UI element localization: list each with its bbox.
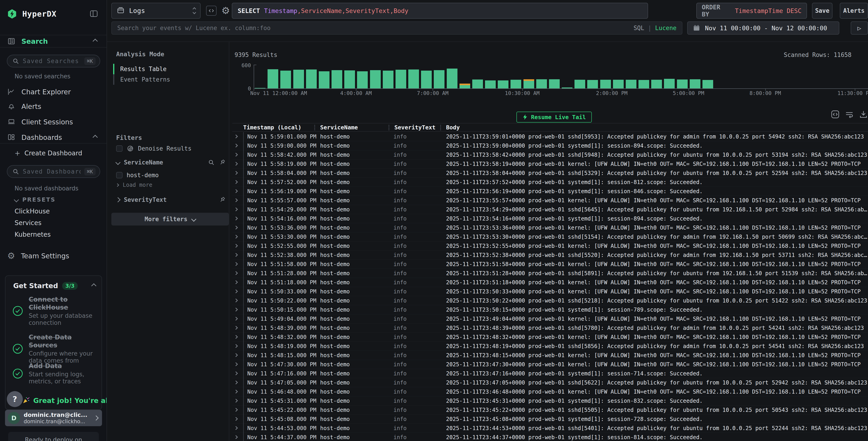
- select-clause-input[interactable]: SELECT Timestamp,ServiceName,SeverityTex…: [232, 3, 648, 19]
- expand-view-icon[interactable]: [831, 110, 840, 119]
- servicename-filter-group[interactable]: ServiceName: [116, 159, 226, 166]
- table-row[interactable]: Nov 11 5:49:04.000 PM host-demo info 202…: [232, 314, 868, 323]
- table-row[interactable]: Nov 11 5:53:36.000 PM host-demo info 202…: [232, 223, 868, 232]
- row-expand-icon[interactable]: [234, 135, 238, 139]
- lucene-toggle[interactable]: Lucene: [655, 25, 677, 31]
- sidebar-item-dashboards[interactable]: Dashboards: [0, 131, 106, 144]
- saved-dashboards-input[interactable]: Saved Dashboards ⌘K: [7, 165, 100, 178]
- severitytext-filter-group[interactable]: SeverityText: [116, 196, 226, 203]
- run-query-button[interactable]: ▷: [851, 22, 868, 35]
- sql-editor-toggle-button[interactable]: [206, 6, 217, 16]
- order-by-input[interactable]: ORDER BY TimestampTime DESC: [696, 3, 807, 19]
- row-expand-icon[interactable]: [234, 189, 238, 193]
- row-expand-icon[interactable]: [234, 372, 238, 375]
- checkbox[interactable]: [116, 172, 123, 178]
- table-row[interactable]: Nov 11 5:45:08.000 PM host-demo info 202…: [232, 415, 868, 424]
- col-header-servicename[interactable]: ServiceName: [320, 123, 358, 131]
- row-expand-icon[interactable]: [234, 299, 238, 302]
- date-range-picker[interactable]: Nov 11 00:00:00 - Nov 12 00:00:00: [687, 22, 839, 35]
- mode-results-table[interactable]: Results Table: [113, 64, 170, 74]
- column-resize-handle[interactable]: [314, 125, 315, 130]
- table-row[interactable]: Nov 11 5:52:38.000 PM host-demo info 202…: [232, 251, 868, 260]
- col-header-severitytext[interactable]: SeverityText: [394, 123, 436, 131]
- save-button[interactable]: Save: [812, 3, 833, 19]
- table-row[interactable]: Nov 11 5:45:22.000 PM host-demo info 202…: [232, 406, 868, 415]
- row-expand-icon[interactable]: [234, 207, 238, 211]
- table-row[interactable]: Nov 11 5:50:22.000 PM host-demo info 202…: [232, 296, 868, 305]
- table-row[interactable]: Nov 11 5:51:18.000 PM host-demo info 202…: [232, 278, 868, 287]
- row-expand-icon[interactable]: [234, 171, 238, 175]
- table-row[interactable]: Nov 11 5:48:19.000 PM host-demo info 202…: [232, 342, 868, 351]
- table-row[interactable]: Nov 11 5:52:55.000 PM host-demo info 202…: [232, 241, 868, 251]
- table-row[interactable]: Nov 11 5:57:52.000 PM host-demo info 202…: [232, 178, 868, 187]
- table-row[interactable]: Nov 11 5:48:15.000 PM host-demo info 202…: [232, 351, 868, 360]
- more-filters-button[interactable]: More filters: [111, 213, 229, 226]
- row-expand-icon[interactable]: [234, 244, 238, 248]
- row-expand-icon[interactable]: [234, 271, 238, 275]
- service-filter-host-demo[interactable]: host-demo: [116, 172, 226, 179]
- row-expand-icon[interactable]: [234, 198, 238, 202]
- preset-dashboard-link[interactable]: Services: [0, 217, 106, 229]
- get-started-item[interactable]: Add DataStart sending logs, metrics, or …: [12, 362, 97, 385]
- checkbox[interactable]: [116, 145, 123, 152]
- chevron-up-icon[interactable]: [91, 283, 97, 288]
- source-select[interactable]: Logs: [111, 3, 200, 19]
- wrap-lines-icon[interactable]: [845, 110, 854, 119]
- get-started-item[interactable]: Create Data SourcesConfigure where your …: [12, 333, 97, 364]
- deploy-teaser[interactable]: Ready to deploy on: [8, 432, 99, 441]
- row-expand-icon[interactable]: [234, 353, 238, 357]
- search-icon[interactable]: [208, 159, 215, 166]
- row-expand-icon[interactable]: [234, 435, 238, 439]
- row-expand-icon[interactable]: [234, 326, 238, 330]
- saved-searches-input[interactable]: Saved Searches ⌘K: [7, 55, 100, 67]
- row-expand-icon[interactable]: [234, 217, 238, 220]
- sidebar-item-chart-explorer[interactable]: Chart Explorer: [0, 85, 106, 98]
- mode-event-patterns[interactable]: Event Patterns: [113, 74, 170, 85]
- row-expand-icon[interactable]: [234, 281, 238, 284]
- column-resize-handle[interactable]: [389, 125, 390, 130]
- table-row[interactable]: Nov 11 5:53:30.000 PM host-demo info 202…: [232, 232, 868, 241]
- table-row[interactable]: Nov 11 5:51:58.000 PM host-demo info 202…: [232, 260, 868, 269]
- row-expand-icon[interactable]: [234, 399, 238, 403]
- row-expand-icon[interactable]: [234, 417, 238, 421]
- table-row[interactable]: Nov 11 5:59:00.000 PM host-demo info 202…: [232, 141, 868, 150]
- alerts-button[interactable]: Alerts: [840, 3, 868, 19]
- user-menu[interactable]: D dominic.tran@clic... dominic.tran@clic…: [5, 410, 102, 426]
- table-row[interactable]: Nov 11 5:58:19.000 PM host-demo info 202…: [232, 159, 868, 169]
- get-started-item[interactable]: Connect to ClickHouseSet up your databas…: [12, 295, 97, 326]
- row-expand-icon[interactable]: [234, 180, 238, 184]
- sidebar-item-alerts[interactable]: Alerts: [0, 100, 106, 113]
- row-expand-icon[interactable]: [234, 344, 238, 348]
- sidebar-item-team-settings[interactable]: ⚙ Team Settings: [0, 249, 106, 262]
- source-settings-button[interactable]: ⚙: [220, 5, 231, 17]
- row-expand-icon[interactable]: [234, 153, 238, 157]
- events-histogram[interactable]: 600 0 Nov 11 12:00:00 AM 4:00:00 AM 7:00…: [232, 61, 868, 95]
- row-expand-icon[interactable]: [234, 317, 238, 321]
- load-more-button[interactable]: Load more: [116, 182, 226, 188]
- row-expand-icon[interactable]: [234, 144, 238, 148]
- row-expand-icon[interactable]: [234, 308, 238, 312]
- table-row[interactable]: Nov 11 5:44:53.000 PM host-demo info 202…: [232, 424, 868, 433]
- download-icon[interactable]: [859, 110, 868, 119]
- brand[interactable]: HyperDX: [7, 9, 57, 19]
- table-row[interactable]: Nov 11 5:47:16.000 PM host-demo info 202…: [232, 369, 868, 378]
- col-header-timestamp[interactable]: Timestamp (Local): [243, 123, 302, 131]
- table-row[interactable]: Nov 11 5:45:31.000 PM host-demo info 202…: [232, 396, 868, 406]
- sidebar-collapse-icon[interactable]: [89, 9, 98, 18]
- row-expand-icon[interactable]: [234, 253, 238, 257]
- row-expand-icon[interactable]: [234, 290, 238, 293]
- row-expand-icon[interactable]: [234, 235, 238, 239]
- table-row[interactable]: Nov 11 5:44:37.000 PM host-demo info 202…: [232, 433, 868, 441]
- row-expand-icon[interactable]: [234, 335, 238, 339]
- table-row[interactable]: Nov 11 5:48:32.000 PM host-demo info 202…: [232, 332, 868, 342]
- row-expand-icon[interactable]: [234, 426, 238, 430]
- pin-icon[interactable]: [219, 196, 226, 203]
- table-row[interactable]: Nov 11 5:47:05.000 PM host-demo info 202…: [232, 378, 868, 387]
- table-row[interactable]: Nov 11 5:50:33.000 PM host-demo info 202…: [232, 287, 868, 296]
- denoise-filter-row[interactable]: Denoise Results: [116, 145, 226, 152]
- row-expand-icon[interactable]: [234, 390, 238, 393]
- sidebar-item-search[interactable]: Search: [0, 35, 106, 48]
- table-row[interactable]: Nov 11 5:46:48.000 PM host-demo info 202…: [232, 387, 868, 396]
- row-expand-icon[interactable]: [234, 381, 238, 384]
- table-row[interactable]: Nov 11 5:58:42.000 PM host-demo info 202…: [232, 150, 868, 159]
